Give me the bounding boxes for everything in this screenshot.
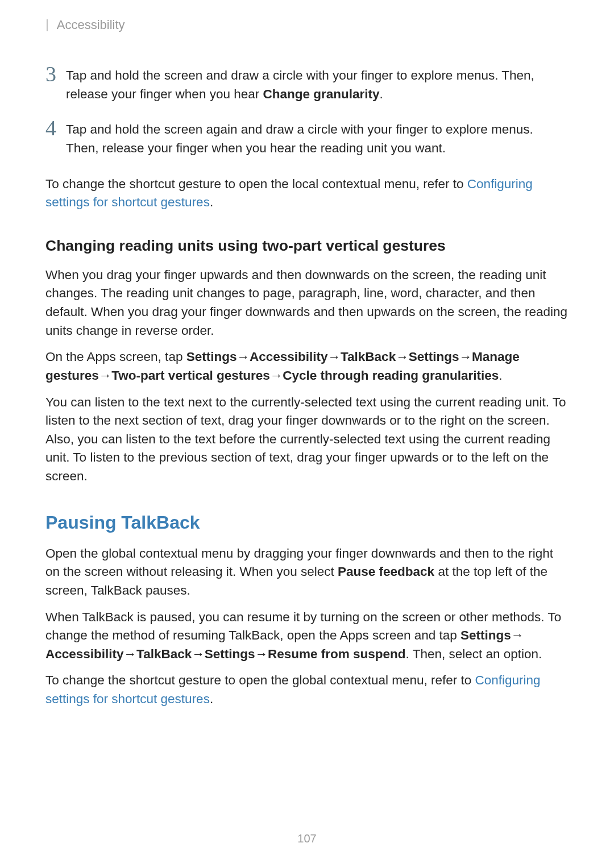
heading-reading-units: Changing reading units using two-part ve…: [45, 237, 569, 255]
paragraph: Open the global contextual menu by dragg…: [45, 545, 569, 600]
page-content: |Accessibility 3 Tap and hold the screen…: [0, 0, 614, 709]
paragraph: When you drag your finger upwards and th…: [45, 266, 569, 340]
page-header: |Accessibility: [45, 17, 569, 32]
header-separator: |: [45, 17, 49, 31]
step-3: 3 Tap and hold the screen and draw a cir…: [45, 67, 569, 103]
paragraph-path: When TalkBack is paused, you can resume …: [45, 608, 569, 664]
step-4: 4 Tap and hold the screen again and draw…: [45, 121, 569, 157]
step-number: 4: [45, 117, 66, 139]
paragraph: To change the shortcut gesture to open t…: [45, 175, 569, 212]
heading-pausing-talkback: Pausing TalkBack: [45, 512, 569, 533]
paragraph-path: On the Apps screen, tap Settings → Acces…: [45, 348, 569, 385]
step-text: Tap and hold the screen and draw a circl…: [66, 67, 569, 103]
step-text: Tap and hold the screen again and draw a…: [66, 121, 569, 157]
page-number: 107: [0, 832, 614, 845]
paragraph: To change the shortcut gesture to open t…: [45, 671, 569, 708]
step-number: 3: [45, 63, 66, 85]
section-label: Accessibility: [57, 18, 125, 32]
paragraph: You can listen to the text next to the c…: [45, 393, 569, 486]
